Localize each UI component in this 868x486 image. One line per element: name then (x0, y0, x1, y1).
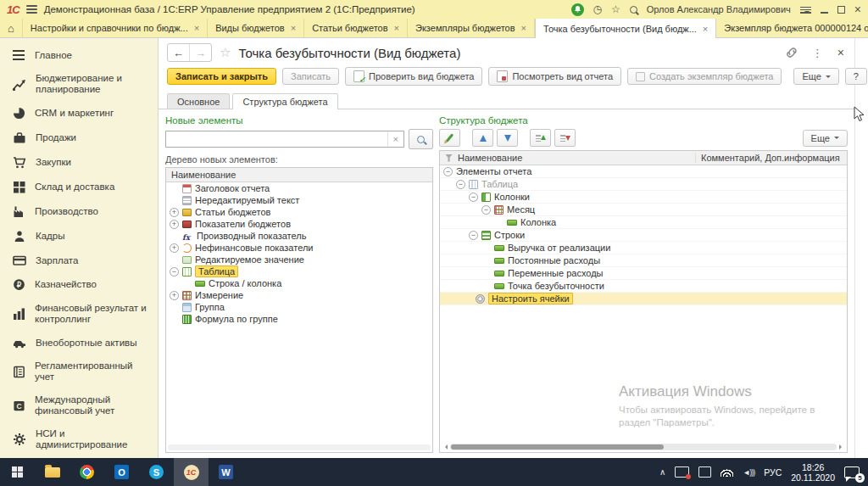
tree-item[interactable]: +Нефинансовые показатели (166, 242, 432, 254)
collapse-icon[interactable]: − (469, 231, 478, 240)
scroll-left-icon[interactable] (442, 444, 448, 450)
sidebar-item-ifrs[interactable]: C Международный финансовый учет (0, 388, 158, 422)
sidebar-item-finance[interactable]: Финансовый результат и контроллинг (0, 297, 158, 331)
volume-icon[interactable]: ◄))) (743, 468, 754, 477)
check-budget-kind-button[interactable]: ✓Проверить вид бюджета (345, 67, 482, 86)
move-in-group-up-button[interactable] (530, 129, 551, 147)
wifi-icon[interactable] (721, 468, 733, 477)
tab-budget-instances[interactable]: Экземпляры бюджетов× (408, 19, 535, 37)
move-in-group-down-button[interactable] (554, 129, 576, 147)
tree-item[interactable]: Точка безубыточности (440, 280, 847, 293)
restore-button[interactable] (837, 6, 845, 14)
scrollbar-thumb[interactable] (451, 444, 664, 450)
notifications-icon[interactable]: 5 (844, 466, 860, 478)
sidebar-item-salary[interactable]: Зарплата (0, 249, 158, 272)
move-down-button[interactable] (497, 129, 518, 147)
tree-item[interactable]: Группа (166, 301, 432, 313)
filter-icon[interactable] (445, 154, 453, 162)
sidebar-item-sales[interactable]: Продажи (0, 126, 158, 150)
tree-item[interactable]: Строка / колонка (166, 277, 432, 289)
search-icon[interactable] (630, 6, 637, 14)
sidebar-item-hr[interactable]: Кадры (0, 224, 158, 249)
file-explorer-button[interactable] (35, 458, 70, 486)
tree-item[interactable]: Заголовок отчета (166, 182, 432, 194)
expand-icon[interactable]: + (170, 208, 179, 217)
expand-icon[interactable]: + (170, 243, 179, 253)
create-budget-instance-button[interactable]: Создать экземпляр бюджета (627, 68, 782, 85)
collapse-icon[interactable]: − (170, 267, 179, 277)
language-indicator[interactable]: РУС (764, 467, 782, 478)
service-menu-icon[interactable] (800, 5, 811, 14)
expand-icon[interactable]: + (170, 291, 179, 300)
search-button[interactable] (409, 129, 433, 149)
tab-budget-articles[interactable]: Статьи бюджетов× (304, 19, 408, 37)
tree-item[interactable]: +Статьи бюджетов (166, 206, 432, 218)
structure-more-button[interactable]: Еще (803, 130, 848, 147)
sidebar-item-treasury[interactable]: ₽ Казначейство (0, 272, 158, 297)
skype-button[interactable]: S (139, 458, 174, 486)
save-and-close-button[interactable]: Записать и закрыть (167, 68, 276, 85)
clock[interactable]: 18:26 20.11.2020 (791, 462, 835, 483)
tree-item[interactable]: Производный показатель (166, 230, 432, 242)
close-icon[interactable]: × (521, 23, 526, 33)
outlook-button[interactable]: O (104, 458, 139, 486)
tree-item[interactable]: +Показатели бюджетов (166, 218, 432, 230)
close-window-button[interactable]: × (854, 3, 861, 15)
horizontal-scrollbar[interactable] (442, 443, 844, 450)
collapse-icon[interactable]: − (481, 205, 491, 215)
get-link-icon[interactable] (786, 47, 798, 59)
history-icon[interactable]: ◷ (593, 4, 602, 14)
minimize-button[interactable] (821, 6, 828, 14)
close-icon[interactable]: × (394, 23, 399, 33)
sidebar-item-regulated[interactable]: Регламентированный учет (0, 355, 158, 388)
tree-item[interactable]: −Элементы отчета (440, 165, 847, 178)
tree-item[interactable]: Нередактируемый текст (166, 194, 432, 206)
tab-budget-kinds[interactable]: Виды бюджетов× (208, 19, 304, 37)
clear-search-icon[interactable]: × (387, 131, 403, 147)
save-button[interactable]: Записать (282, 68, 339, 85)
search-input[interactable] (166, 133, 387, 146)
collapse-icon[interactable]: − (456, 180, 465, 189)
forward-button[interactable]: → (189, 44, 211, 61)
close-icon[interactable]: × (194, 23, 199, 33)
tree-item[interactable]: Колонка (440, 216, 847, 229)
main-menu-icon[interactable] (26, 3, 37, 15)
sidebar-item-assets[interactable]: Внеоборотные активы (0, 331, 158, 355)
move-up-button[interactable] (472, 129, 493, 147)
start-button[interactable] (0, 458, 35, 486)
1c-app-button[interactable]: 1С (174, 458, 209, 486)
favorites-star-icon[interactable]: ☆ (611, 4, 620, 14)
tab-budget-instance-124[interactable]: Экземпляр бюджета 000000124 о...× (716, 19, 868, 37)
tree-item[interactable]: Выручка от реализации (440, 242, 847, 254)
notifications-bell-icon[interactable] (571, 3, 584, 16)
favorite-star-icon[interactable]: ☆ (220, 45, 231, 60)
tree-item[interactable]: −Месяц (440, 204, 847, 216)
sidebar-item-admin[interactable]: НСИ и администрирование (0, 422, 158, 456)
tree-item[interactable]: Формула по группе (166, 313, 432, 325)
tab-breakeven-point[interactable]: Точка безубыточности (Вид бюдж...× (535, 19, 716, 38)
tree-item[interactable]: Переменные расходы (440, 267, 847, 280)
tree-item[interactable]: Редактируемое значение (166, 254, 432, 265)
scroll-right-icon[interactable] (839, 444, 844, 450)
close-icon[interactable]: × (291, 23, 296, 33)
word-button[interactable]: W (209, 458, 243, 486)
horizontal-scrollbar[interactable] (168, 444, 431, 450)
home-tab[interactable]: ⌂ (0, 19, 23, 37)
edit-button[interactable] (439, 129, 460, 147)
sidebar-item-budgeting[interactable]: Бюджетирование и планирование (0, 67, 158, 101)
sidebar-item-warehouse[interactable]: Склад и доставка (0, 175, 158, 199)
help-button[interactable]: ? (845, 68, 867, 85)
tree-item[interactable]: Постоянные расходы (440, 254, 847, 267)
tab-budget-structure[interactable]: Структура бюджета (232, 93, 337, 109)
close-icon[interactable]: × (703, 24, 708, 34)
sidebar-item-production[interactable]: Производство (0, 199, 158, 224)
sidebar-item-main[interactable]: Главное (0, 43, 158, 67)
tree-item-selected[interactable]: −Таблица (166, 265, 432, 277)
view-report-kind-button[interactable]: Посмотреть вид отчета (488, 67, 621, 86)
display-icon[interactable] (698, 466, 711, 478)
more-actions-button[interactable]: Еще (793, 68, 838, 85)
tab-main[interactable]: Основное (167, 93, 230, 109)
action-center-icon[interactable] (675, 466, 689, 478)
collapse-icon[interactable]: − (469, 193, 478, 202)
tab-budget-settings[interactable]: Настройки и справочники по бюдж...× (23, 19, 208, 37)
